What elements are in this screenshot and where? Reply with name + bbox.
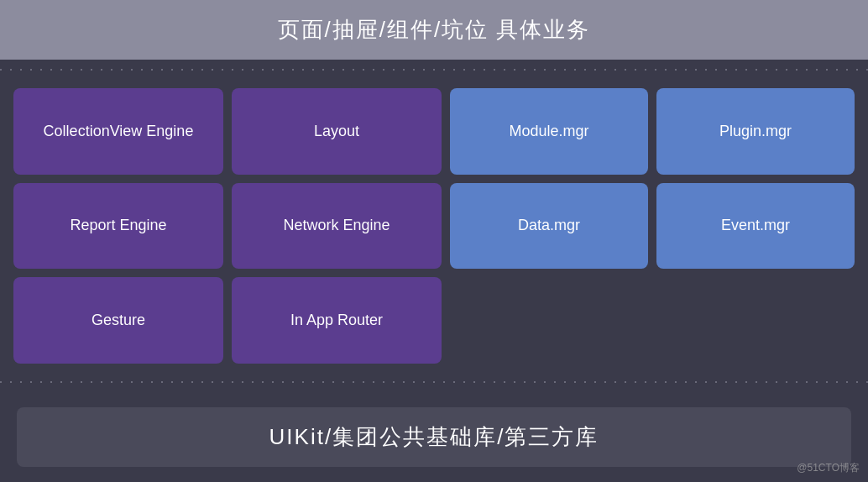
bottom-bar-inner: UIKit/集团公共基础库/第三方库 [17, 407, 851, 467]
card-report-engine: Report Engine [13, 183, 223, 270]
top-bar: 页面/抽屉/组件/坑位 具体业务 [0, 0, 868, 60]
card-collection-view: CollectionView Engine [13, 88, 223, 175]
left-section: CollectionView Engine Layout Report Engi… [13, 88, 442, 364]
dotted-divider-top [0, 63, 868, 76]
top-bar-text: 页面/抽屉/组件/坑位 具体业务 [278, 17, 591, 42]
right-row-3-empty [450, 277, 855, 364]
card-layout: Layout [232, 88, 442, 175]
card-in-app-router: In App Router [232, 277, 442, 364]
card-network-engine: Network Engine [232, 183, 442, 270]
left-row-2: Report Engine Network Engine [13, 183, 442, 270]
left-row-1: CollectionView Engine Layout [13, 88, 442, 175]
right-row-2: Data.mgr Event.mgr [450, 183, 855, 270]
dotted-divider-bottom [0, 375, 868, 389]
right-section: Module.mgr Plugin.mgr Data.mgr Event.mgr [450, 88, 855, 364]
card-gesture: Gesture [13, 277, 223, 364]
card-plugin-mgr: Plugin.mgr [656, 88, 855, 175]
card-module-mgr: Module.mgr [450, 88, 648, 175]
watermark: @51CTO博客 [797, 461, 860, 475]
bottom-bar: UIKit/集团公共基础库/第三方库 [0, 392, 868, 482]
left-row-3: Gesture In App Router [13, 277, 442, 364]
right-row-1: Module.mgr Plugin.mgr [450, 88, 855, 175]
card-data-mgr: Data.mgr [450, 183, 648, 270]
bottom-bar-text: UIKit/集团公共基础库/第三方库 [269, 424, 599, 449]
card-event-mgr: Event.mgr [656, 183, 855, 270]
main-content: CollectionView Engine Layout Report Engi… [0, 80, 868, 372]
